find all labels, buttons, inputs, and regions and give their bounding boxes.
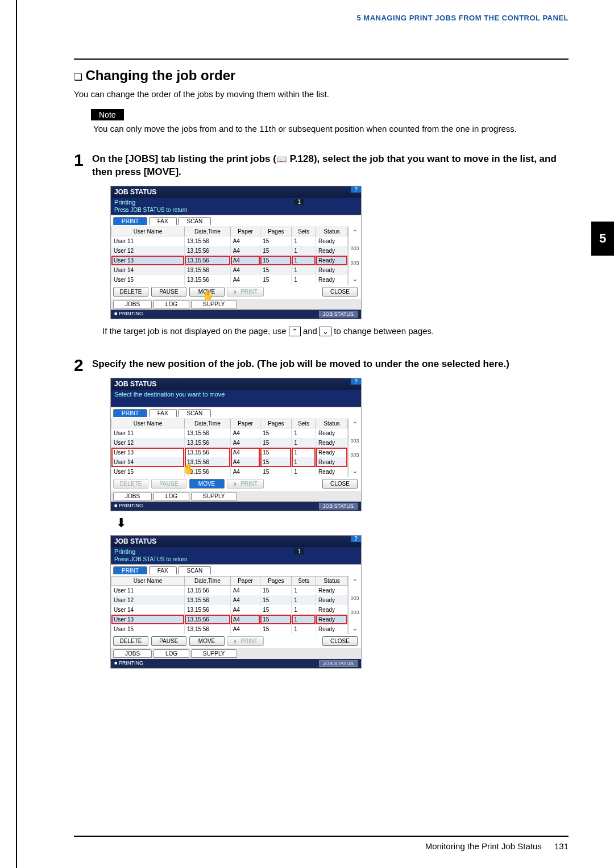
scroll-up-icon[interactable]: ⌃ xyxy=(352,420,358,429)
help-icon[interactable]: ? xyxy=(351,186,361,193)
table-row[interactable]: User 1413,15:56A4151Ready xyxy=(111,457,348,467)
step-text-a: On the [JOBS] tab listing the print jobs… xyxy=(92,153,276,164)
footer-text: Monitoring the Print Job Status xyxy=(425,841,542,851)
printing-label: Printing xyxy=(114,548,135,555)
scroll-down-icon[interactable]: ⌄ xyxy=(352,274,358,283)
print-button[interactable]: ⏵ PRINT xyxy=(227,287,264,297)
close-button[interactable]: CLOSE xyxy=(322,479,358,489)
panel-button-row: DELETE PAUSE MOVE ⏵ PRINT CLOSE ✋ xyxy=(111,285,361,299)
tab-print[interactable]: PRINT xyxy=(113,409,147,417)
panel-subheader: Select the destination you want to move xyxy=(111,390,361,399)
count-badge: 1 xyxy=(294,548,304,554)
print-icon: ⏵ xyxy=(233,481,239,487)
table-row[interactable]: User 1113,15:56A4151Ready xyxy=(111,586,348,596)
section-title-text: Changing the job order xyxy=(85,68,235,83)
panel-subheader-hint: Press JOB STATUS to return xyxy=(111,556,361,564)
table-row[interactable]: User 1213,15:56A4151Ready xyxy=(111,595,348,605)
scrollbar: ⌃ 003 003 ⌄ xyxy=(348,227,361,285)
subtab-jobs[interactable]: JOBS xyxy=(113,300,152,308)
table-row[interactable]: User 1513,15:56A4151Ready xyxy=(111,467,348,477)
move-button[interactable]: MOVE xyxy=(189,636,225,646)
job-status-panel-2: JOB STATUS? Select the destination you w… xyxy=(110,378,362,511)
close-button[interactable]: CLOSE xyxy=(322,287,358,297)
table-row[interactable]: User 1413,15:56A4151Ready xyxy=(111,605,348,615)
panel-subheader-spacer xyxy=(111,399,361,407)
panel-subheader: Printing 1 xyxy=(111,198,361,207)
move-button[interactable]: MOVE xyxy=(189,479,225,489)
jobstatus-button[interactable]: JOB STATUS xyxy=(319,660,358,667)
scroll-up-icon[interactable]: ⌃ xyxy=(352,228,358,237)
panel-type-tabs: PRINT FAX SCAN xyxy=(111,215,361,227)
table-row[interactable]: User 1513,15:56A4151Ready xyxy=(111,275,348,285)
down-arrow-icon: ⬇ xyxy=(116,516,569,531)
panel-footer: ■ PRINTING JOB STATUS xyxy=(111,310,361,319)
tab-scan[interactable]: SCAN xyxy=(178,217,211,225)
scroll-pos-top: 003 xyxy=(350,245,359,251)
scroll-pos-bot: 003 xyxy=(350,260,359,266)
close-button[interactable]: CLOSE xyxy=(322,636,358,646)
table-row-selected[interactable]: User 1313,15:56A4151Ready xyxy=(111,256,348,265)
subtab-log[interactable]: LOG xyxy=(154,492,189,500)
page-footer: Monitoring the Print Job Status 131 xyxy=(74,831,569,851)
jobs-table: User Name Date,Time Paper Pages Sets Sta… xyxy=(111,227,348,285)
scroll-down-icon[interactable]: ⌄ xyxy=(352,624,358,632)
down-key-icon: ⌄ xyxy=(320,327,331,336)
tab-fax[interactable]: FAX xyxy=(149,409,177,417)
table-row-selected[interactable]: User 1313,15:56A4151Ready xyxy=(111,615,348,624)
step-number: 1 xyxy=(74,151,84,170)
jobs-table: User NameDate,TimePaperPagesSetsStatus U… xyxy=(111,576,348,634)
book-icon: 📖 xyxy=(276,153,287,165)
table-row[interactable]: User 1513,15:56A4151Ready xyxy=(111,624,348,634)
col-user: User Name xyxy=(111,227,185,236)
step-2: 2 Specify the new position of the job. (… xyxy=(74,358,569,371)
help-icon[interactable]: ? xyxy=(351,378,361,385)
jobstatus-button[interactable]: JOB STATUS xyxy=(319,311,358,318)
panel-title: JOB STATUS xyxy=(114,537,156,545)
tab-fax[interactable]: FAX xyxy=(149,566,177,574)
delete-button[interactable]: DELETE xyxy=(113,287,148,297)
col-paper: Paper xyxy=(230,227,260,236)
jobs-table: User NameDate,TimePaperPagesSetsStatus U… xyxy=(111,419,348,477)
intro-text: You can change the order of the jobs by … xyxy=(74,89,569,99)
subtab-supply[interactable]: SUPPLY xyxy=(191,492,237,500)
pause-button[interactable]: PAUSE xyxy=(151,287,186,297)
footer-rule xyxy=(74,836,569,837)
delete-button[interactable]: DELETE xyxy=(113,636,148,646)
running-header: 5 MANAGING PRINT JOBS FROM THE CONTROL P… xyxy=(0,0,614,24)
panel-titlebar: JOB STATUS ? xyxy=(111,186,361,198)
table-row[interactable]: User 1113,15:56A4151Ready xyxy=(111,236,348,246)
left-margin-rule xyxy=(16,0,17,868)
step-number: 2 xyxy=(74,356,84,375)
jobstatus-button[interactable]: JOB STATUS xyxy=(319,503,358,510)
pause-button[interactable]: PAUSE xyxy=(151,636,186,646)
table-header-row: User Name Date,Time Paper Pages Sets Sta… xyxy=(111,227,348,236)
subtab-jobs[interactable]: JOBS xyxy=(113,492,152,500)
note-text: You can only move the jobs from and to t… xyxy=(93,124,569,133)
subtab-jobs[interactable]: JOBS xyxy=(113,649,152,658)
scroll-up-icon[interactable]: ⌃ xyxy=(352,578,358,586)
delete-button: DELETE xyxy=(113,479,148,489)
table-row[interactable]: User 1413,15:56A4151Ready xyxy=(111,265,348,275)
help-icon[interactable]: ? xyxy=(351,536,361,542)
section-title: ❑Changing the job order xyxy=(74,68,569,84)
subtab-log[interactable]: LOG xyxy=(154,300,189,308)
cursor-icon: ✋ xyxy=(182,463,195,475)
tab-print[interactable]: PRINT xyxy=(113,566,147,574)
tab-print[interactable]: PRINT xyxy=(113,217,147,225)
col-pages: Pages xyxy=(260,227,292,236)
footer-printing: ■ PRINTING xyxy=(114,311,143,316)
table-row[interactable]: User 1113,15:56A4151Ready xyxy=(111,428,348,439)
scroll-down-icon[interactable]: ⌄ xyxy=(352,466,358,475)
tab-scan[interactable]: SCAN xyxy=(178,566,211,574)
table-row[interactable]: User 1213,15:56A4151Ready xyxy=(111,246,348,256)
step1-followup: If the target job is not displayed on th… xyxy=(102,326,569,337)
col-status: Status xyxy=(316,227,348,236)
table-row[interactable]: User 1313,15:56A4151Ready xyxy=(111,448,348,457)
subtab-log[interactable]: LOG xyxy=(154,649,189,658)
job-status-panel-1: JOB STATUS ? Printing 1 Press JOB STATUS… xyxy=(110,186,362,319)
tab-fax[interactable]: FAX xyxy=(149,217,177,225)
subtab-supply[interactable]: SUPPLY xyxy=(191,649,237,658)
print-button[interactable]: ⏵ PRINT xyxy=(227,636,264,646)
tab-scan[interactable]: SCAN xyxy=(178,409,211,417)
table-row[interactable]: User 1213,15:56A4151Ready xyxy=(111,438,348,448)
